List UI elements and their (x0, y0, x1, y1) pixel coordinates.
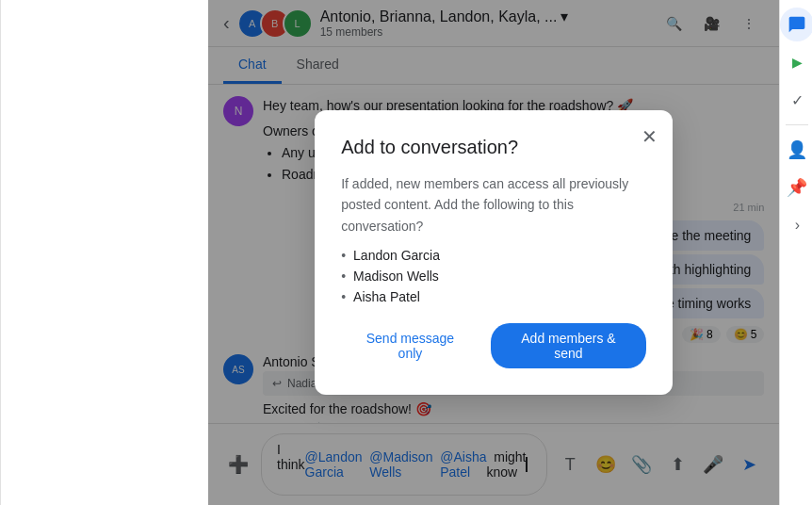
modal-member-3: Aisha Patel (341, 289, 646, 304)
modal-member-2: Madison Wells (341, 269, 646, 284)
dm-item-susan[interactable]: S Susan, Raymond (0, 278, 1, 314)
sidebar-item-home[interactable]: 🏠 Home (0, 130, 1, 159)
modal-title: Add to conversation? (341, 137, 646, 158)
dm-item-janice[interactable]: J Janice Castro 📌 (0, 242, 1, 278)
sidebar: ☰ Chat ✏️ New chat Shortcuts ▾ 🏠 Home 🔔 … (0, 0, 1, 505)
modal-actions: Send message only Add members & send (341, 323, 646, 368)
add-members-send-button[interactable]: Add members & send (491, 323, 646, 368)
keep-panel-icon[interactable]: 📌 (780, 171, 812, 204)
modal-member-1: Landon Garcia (341, 248, 646, 263)
sidebar-header: ☰ Chat (0, 0, 1, 49)
modal-close-button[interactable]: ✕ (641, 125, 658, 148)
contacts-panel-icon[interactable]: 👤 (780, 133, 812, 167)
chat-panel-icon[interactable] (780, 8, 812, 41)
dm-item-ann[interactable]: A Ann Gray 📌 (0, 351, 1, 387)
right-panel: ▶ ✓ 👤 📌 › (779, 0, 812, 505)
expand-panel-icon[interactable]: › (780, 208, 812, 242)
dm-item-aziz[interactable]: Az Aziz Bashir (0, 387, 1, 423)
sidebar-item-starred[interactable]: ⭐ Starred (0, 188, 1, 218)
modal-members-list: Landon Garcia Madison Wells Aisha Patel (341, 248, 646, 304)
direct-messages-section[interactable]: Direct Messages ▾ (0, 314, 1, 351)
dm-item-group[interactable]: G Antonio, Brianna, Landon, Kayla, Jo... (0, 423, 1, 459)
main-content: ‹ A B L Antonio, Brianna, Landon, Kayla,… (208, 0, 779, 505)
add-to-conversation-modal: Add to conversation? ✕ If added, new mem… (315, 110, 673, 395)
important-section[interactable]: Important 1 (0, 218, 1, 242)
modal-overlay: Add to conversation? ✕ If added, new mem… (208, 0, 779, 505)
show-all-dm[interactable]: Show all (0, 495, 1, 505)
modal-body: If added, new members can access all pre… (341, 173, 646, 236)
shortcuts-section[interactable]: Shortcuts ▾ (0, 106, 1, 130)
tasks-panel-icon[interactable]: ✓ (780, 83, 812, 117)
panel-divider (786, 124, 808, 125)
meet-panel-icon[interactable]: ▶ (780, 45, 812, 79)
send-message-only-button[interactable]: Send message only (341, 323, 479, 368)
dm-item-stephen[interactable]: SL Stephen Liu (0, 459, 1, 495)
sidebar-item-mentions[interactable]: 🔔 Mentions 10 (0, 159, 1, 188)
